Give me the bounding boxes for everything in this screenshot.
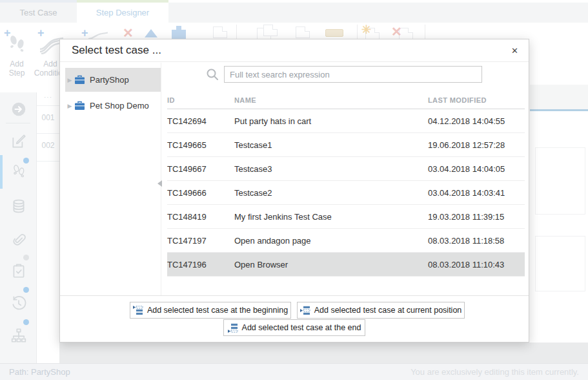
data-stack-icon[interactable] xyxy=(10,198,27,215)
tree-item-label: PartyShop xyxy=(90,75,129,85)
collapse-panel-icon[interactable] xyxy=(157,180,162,187)
column-last-modified[interactable]: LAST MODIFIED xyxy=(428,96,525,104)
insert-block-icon[interactable] xyxy=(172,30,186,39)
table-row[interactable]: TC149666 Testcase2 03.04.2018 14:03:41 xyxy=(167,181,525,205)
column-name[interactable]: NAME xyxy=(234,96,428,104)
table-header: ID NAME LAST MODIFIED xyxy=(167,91,525,109)
go-forward-icon[interactable] xyxy=(10,101,27,118)
tree-item-partyshop[interactable]: ▶ PartyShop xyxy=(65,68,161,92)
checklist-icon[interactable] xyxy=(10,262,27,279)
right-panel-header xyxy=(530,85,588,109)
briefcase-icon[interactable] xyxy=(325,29,343,37)
insert-at-position-icon xyxy=(300,306,310,315)
right-panel-active-tab-line xyxy=(530,109,588,111)
table-row[interactable]: TC148419 My first Jenkins Test Case 19.0… xyxy=(167,205,525,229)
tree-item-pet-shop-demo[interactable]: ▶ Pet Shop Demo xyxy=(65,94,161,118)
table-row[interactable]: TC142694 Put party hats in cart 04.12.20… xyxy=(167,109,525,133)
briefcase-icon xyxy=(74,75,85,85)
steps-icon[interactable] xyxy=(10,163,27,180)
insert-at-end-icon xyxy=(228,323,238,333)
move-up-icon[interactable] xyxy=(145,29,157,37)
add-wave-icon[interactable]: + xyxy=(81,27,88,39)
add-at-beginning-button[interactable]: Add selected test case at the beginning xyxy=(130,302,291,319)
tab-bar: Test Case Step Designer xyxy=(0,3,588,23)
close-icon[interactable]: ✕ xyxy=(509,45,521,57)
right-panel-box xyxy=(535,236,585,291)
table-row-selected[interactable]: TC147196 Open Browser 08.03.2018 11:10:4… xyxy=(167,253,525,277)
tree-item-label: Pet Shop Demo xyxy=(90,101,149,111)
step-number: 001 xyxy=(37,113,59,122)
left-sidebar xyxy=(0,92,37,363)
plus-icon: + xyxy=(37,27,45,39)
tab-step-designer[interactable]: Step Designer xyxy=(77,3,168,23)
sparkle-icon: ✳ xyxy=(361,24,371,36)
dialog-title: Select test case ... xyxy=(72,44,161,57)
select-test-case-dialog: Select test case ... ✕ ▶ PartyShop ▶ Pet… xyxy=(59,39,529,343)
history-icon[interactable] xyxy=(10,295,27,311)
search-input[interactable] xyxy=(224,66,482,83)
copy-pages-icon[interactable] xyxy=(263,25,278,36)
briefcase-icon xyxy=(74,101,85,111)
tab-test-case[interactable]: Test Case xyxy=(0,3,77,23)
splitter xyxy=(161,63,161,295)
breadcrumb-path: Path: PartyShop xyxy=(9,367,70,377)
page-icon[interactable] xyxy=(213,26,227,38)
attachment-icon[interactable] xyxy=(10,230,27,247)
step-number-gutter: ··· 001 002 xyxy=(37,92,59,363)
table-row[interactable]: TC149665 Testcase1 19.06.2018 12:57:28 xyxy=(167,133,525,157)
copy-page-icon[interactable] xyxy=(296,26,310,38)
table-row[interactable]: TC147197 Open andagon page 08.03.2018 11… xyxy=(167,229,525,253)
column-id[interactable]: ID xyxy=(167,96,234,104)
badge-dot xyxy=(23,287,29,293)
badge-dot xyxy=(23,255,29,260)
right-panel-box xyxy=(535,147,585,215)
structure-icon[interactable] xyxy=(10,327,27,344)
chevron-right-icon[interactable]: ▶ xyxy=(65,77,74,83)
x-icon: ✕ xyxy=(391,24,402,39)
add-at-current-position-button[interactable]: Add selected test case at current positi… xyxy=(297,302,465,319)
status-bar: Path: PartyShop You are exclusively edit… xyxy=(0,363,588,380)
add-step-button[interactable]: + Add Step xyxy=(1,26,32,78)
editing-status-message: You are exclusively editing this item cu… xyxy=(411,367,579,377)
plus-icon: + xyxy=(4,27,11,39)
step-number: 002 xyxy=(37,141,59,150)
add-at-end-button[interactable]: Add selected test case at the end xyxy=(223,319,365,336)
table-row[interactable]: TC149667 Testcase3 03.04.2018 14:04:05 xyxy=(167,157,525,181)
insert-at-beginning-icon xyxy=(133,306,143,315)
badge-dot xyxy=(23,319,29,325)
active-section-indicator xyxy=(0,155,3,189)
canvas-background xyxy=(59,343,588,363)
chevron-right-icon[interactable]: ▶ xyxy=(65,103,74,109)
dialog-header: Select test case ... ✕ xyxy=(60,39,529,62)
edit-icon[interactable] xyxy=(10,133,27,150)
search-icon xyxy=(206,68,219,81)
